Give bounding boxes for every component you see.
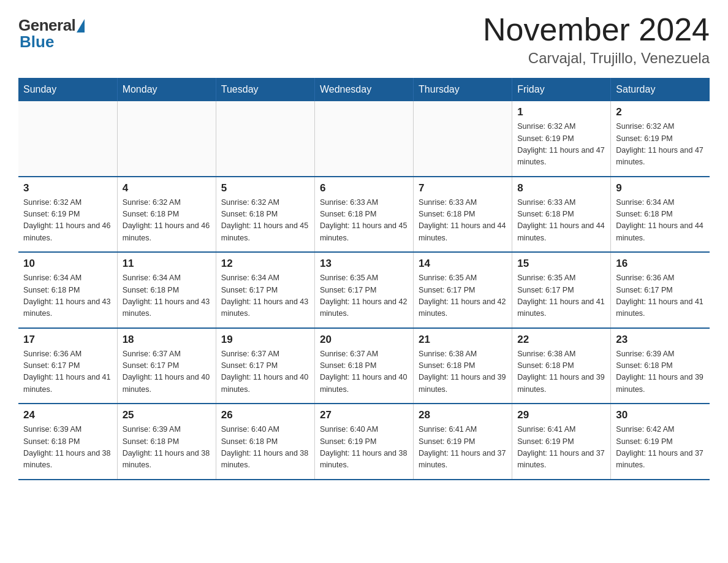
location-subtitle: Carvajal, Trujillo, Venezuela: [483, 50, 710, 67]
day-info: Sunrise: 6:40 AM Sunset: 6:19 PM Dayligh…: [320, 424, 408, 472]
calendar-week-row: 3Sunrise: 6:32 AM Sunset: 6:19 PM Daylig…: [18, 177, 710, 253]
calendar-cell: 2Sunrise: 6:32 AM Sunset: 6:19 PM Daylig…: [611, 101, 710, 177]
day-info: Sunrise: 6:38 AM Sunset: 6:18 PM Dayligh…: [419, 348, 507, 396]
day-number: 13: [320, 258, 408, 270]
calendar-cell: 12Sunrise: 6:34 AM Sunset: 6:17 PM Dayli…: [216, 252, 314, 328]
day-number: 22: [517, 334, 605, 346]
day-number: 17: [23, 334, 112, 346]
calendar-cell: 20Sunrise: 6:37 AM Sunset: 6:18 PM Dayli…: [314, 328, 413, 404]
calendar-cell: 27Sunrise: 6:40 AM Sunset: 6:19 PM Dayli…: [314, 404, 413, 480]
calendar-cell: [414, 101, 512, 177]
calendar-week-row: 10Sunrise: 6:34 AM Sunset: 6:18 PM Dayli…: [18, 252, 710, 328]
day-info: Sunrise: 6:35 AM Sunset: 6:17 PM Dayligh…: [419, 272, 507, 320]
day-number: 19: [221, 334, 309, 346]
day-number: 24: [23, 409, 112, 421]
day-info: Sunrise: 6:33 AM Sunset: 6:18 PM Dayligh…: [419, 197, 507, 245]
day-info: Sunrise: 6:42 AM Sunset: 6:19 PM Dayligh…: [616, 424, 705, 472]
day-number: 6: [320, 182, 408, 194]
day-number: 16: [616, 258, 705, 270]
day-number: 20: [320, 334, 408, 346]
day-number: 11: [123, 258, 211, 270]
weekday-header-sunday: Sunday: [18, 78, 117, 101]
month-title: November 2024: [483, 12, 710, 47]
day-info: Sunrise: 6:37 AM Sunset: 6:17 PM Dayligh…: [221, 348, 309, 396]
day-number: 30: [616, 409, 705, 421]
day-info: Sunrise: 6:35 AM Sunset: 6:17 PM Dayligh…: [320, 272, 408, 320]
day-number: 10: [23, 258, 112, 270]
logo: General Blue: [18, 16, 85, 52]
day-info: Sunrise: 6:37 AM Sunset: 6:17 PM Dayligh…: [123, 348, 211, 396]
day-info: Sunrise: 6:33 AM Sunset: 6:18 PM Dayligh…: [517, 197, 605, 245]
day-info: Sunrise: 6:41 AM Sunset: 6:19 PM Dayligh…: [419, 424, 507, 472]
day-info: Sunrise: 6:32 AM Sunset: 6:18 PM Dayligh…: [221, 197, 309, 245]
day-info: Sunrise: 6:34 AM Sunset: 6:18 PM Dayligh…: [616, 197, 705, 245]
calendar-cell: 19Sunrise: 6:37 AM Sunset: 6:17 PM Dayli…: [216, 328, 314, 404]
weekday-header-monday: Monday: [117, 78, 216, 101]
day-number: 2: [616, 106, 705, 118]
weekday-header-tuesday: Tuesday: [216, 78, 314, 101]
day-info: Sunrise: 6:35 AM Sunset: 6:17 PM Dayligh…: [517, 272, 605, 320]
calendar-cell: 4Sunrise: 6:32 AM Sunset: 6:18 PM Daylig…: [117, 177, 216, 253]
day-info: Sunrise: 6:39 AM Sunset: 6:18 PM Dayligh…: [123, 424, 211, 472]
day-info: Sunrise: 6:36 AM Sunset: 6:17 PM Dayligh…: [616, 272, 705, 320]
calendar-cell: [314, 101, 413, 177]
day-number: 18: [123, 334, 211, 346]
calendar-cell: 26Sunrise: 6:40 AM Sunset: 6:18 PM Dayli…: [216, 404, 314, 480]
calendar-cell: 28Sunrise: 6:41 AM Sunset: 6:19 PM Dayli…: [414, 404, 512, 480]
calendar-cell: 11Sunrise: 6:34 AM Sunset: 6:18 PM Dayli…: [117, 252, 216, 328]
day-number: 23: [616, 334, 705, 346]
day-number: 15: [517, 258, 605, 270]
day-info: Sunrise: 6:34 AM Sunset: 6:18 PM Dayligh…: [123, 272, 211, 320]
calendar-cell: 14Sunrise: 6:35 AM Sunset: 6:17 PM Dayli…: [414, 252, 512, 328]
calendar-cell: 7Sunrise: 6:33 AM Sunset: 6:18 PM Daylig…: [414, 177, 512, 253]
day-number: 12: [221, 258, 309, 270]
calendar-cell: 10Sunrise: 6:34 AM Sunset: 6:18 PM Dayli…: [18, 252, 117, 328]
day-number: 14: [419, 258, 507, 270]
title-block: November 2024 Carvajal, Trujillo, Venezu…: [483, 12, 710, 67]
calendar-cell: [216, 101, 314, 177]
day-info: Sunrise: 6:32 AM Sunset: 6:19 PM Dayligh…: [517, 121, 605, 169]
day-number: 1: [517, 106, 605, 118]
day-number: 26: [221, 409, 309, 421]
day-info: Sunrise: 6:34 AM Sunset: 6:18 PM Dayligh…: [23, 272, 112, 320]
calendar-cell: 17Sunrise: 6:36 AM Sunset: 6:17 PM Dayli…: [18, 328, 117, 404]
day-info: Sunrise: 6:39 AM Sunset: 6:18 PM Dayligh…: [23, 424, 112, 472]
calendar-cell: 24Sunrise: 6:39 AM Sunset: 6:18 PM Dayli…: [18, 404, 117, 480]
day-number: 5: [221, 182, 309, 194]
day-info: Sunrise: 6:36 AM Sunset: 6:17 PM Dayligh…: [23, 348, 112, 396]
calendar-cell: 6Sunrise: 6:33 AM Sunset: 6:18 PM Daylig…: [314, 177, 413, 253]
day-info: Sunrise: 6:33 AM Sunset: 6:18 PM Dayligh…: [320, 197, 408, 245]
day-number: 7: [419, 182, 507, 194]
calendar-week-row: 17Sunrise: 6:36 AM Sunset: 6:17 PM Dayli…: [18, 328, 710, 404]
weekday-header-friday: Friday: [512, 78, 611, 101]
calendar-week-row: 24Sunrise: 6:39 AM Sunset: 6:18 PM Dayli…: [18, 404, 710, 480]
calendar-cell: 29Sunrise: 6:41 AM Sunset: 6:19 PM Dayli…: [512, 404, 611, 480]
day-number: 4: [123, 182, 211, 194]
calendar-cell: 15Sunrise: 6:35 AM Sunset: 6:17 PM Dayli…: [512, 252, 611, 328]
logo-triangle-icon: [77, 19, 85, 33]
day-info: Sunrise: 6:32 AM Sunset: 6:19 PM Dayligh…: [616, 121, 705, 169]
day-number: 8: [517, 182, 605, 194]
calendar-cell: [18, 101, 117, 177]
calendar-cell: [117, 101, 216, 177]
day-number: 3: [23, 182, 112, 194]
day-info: Sunrise: 6:41 AM Sunset: 6:19 PM Dayligh…: [517, 424, 605, 472]
calendar-cell: 18Sunrise: 6:37 AM Sunset: 6:17 PM Dayli…: [117, 328, 216, 404]
calendar-week-row: 1Sunrise: 6:32 AM Sunset: 6:19 PM Daylig…: [18, 101, 710, 177]
day-info: Sunrise: 6:32 AM Sunset: 6:18 PM Dayligh…: [123, 197, 211, 245]
day-number: 29: [517, 409, 605, 421]
calendar-cell: 13Sunrise: 6:35 AM Sunset: 6:17 PM Dayli…: [314, 252, 413, 328]
calendar-header-row: SundayMondayTuesdayWednesdayThursdayFrid…: [18, 78, 710, 101]
logo-blue-text: Blue: [20, 33, 54, 52]
weekday-header-saturday: Saturday: [611, 78, 710, 101]
calendar-cell: 30Sunrise: 6:42 AM Sunset: 6:19 PM Dayli…: [611, 404, 710, 480]
day-number: 9: [616, 182, 705, 194]
calendar-cell: 5Sunrise: 6:32 AM Sunset: 6:18 PM Daylig…: [216, 177, 314, 253]
calendar-cell: 3Sunrise: 6:32 AM Sunset: 6:19 PM Daylig…: [18, 177, 117, 253]
day-info: Sunrise: 6:34 AM Sunset: 6:17 PM Dayligh…: [221, 272, 309, 320]
day-info: Sunrise: 6:40 AM Sunset: 6:18 PM Dayligh…: [221, 424, 309, 472]
calendar-cell: 8Sunrise: 6:33 AM Sunset: 6:18 PM Daylig…: [512, 177, 611, 253]
page-header: General Blue November 2024 Carvajal, Tru…: [18, 12, 710, 67]
calendar-cell: 22Sunrise: 6:38 AM Sunset: 6:18 PM Dayli…: [512, 328, 611, 404]
calendar-cell: 9Sunrise: 6:34 AM Sunset: 6:18 PM Daylig…: [611, 177, 710, 253]
